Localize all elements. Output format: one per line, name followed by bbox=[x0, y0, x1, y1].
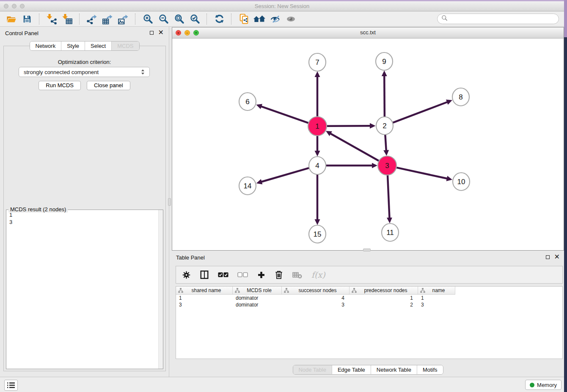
table-delete-icon bbox=[292, 271, 303, 279]
network-overview-button[interactable] bbox=[253, 13, 266, 25]
window-minimize-button[interactable] bbox=[12, 4, 17, 8]
float-panel-icon[interactable] bbox=[150, 31, 154, 35]
table-cell[interactable]: 3 bbox=[282, 302, 350, 308]
table-cell[interactable]: 2 bbox=[350, 302, 418, 308]
table-cell[interactable]: 4 bbox=[282, 295, 350, 301]
frame-close-button[interactable]: × bbox=[176, 30, 181, 36]
float-table-panel-icon[interactable] bbox=[546, 255, 550, 259]
add-column-button[interactable] bbox=[257, 271, 266, 279]
tab-node-table[interactable]: Node Table bbox=[293, 365, 332, 374]
run-mcds-button[interactable]: Run MCDS bbox=[39, 81, 81, 90]
tab-mcds[interactable]: MCDS bbox=[111, 41, 139, 50]
window-titlebar: Session: New Session bbox=[0, 1, 564, 11]
criterion-select[interactable]: strongly connected component bbox=[19, 67, 150, 77]
clone-icon bbox=[239, 14, 249, 24]
edge-4-14[interactable] bbox=[261, 168, 310, 182]
close-table-panel-icon[interactable]: ✕ bbox=[554, 255, 560, 259]
deselect-all-rows-button[interactable] bbox=[237, 272, 248, 278]
folder-icon bbox=[6, 14, 17, 24]
status-menu-button[interactable] bbox=[4, 380, 18, 391]
node-label-6: 6 bbox=[245, 98, 249, 106]
column-header-name[interactable]: name bbox=[418, 287, 455, 294]
edge-2-9[interactable] bbox=[384, 76, 385, 118]
table-cell[interactable]: 1 bbox=[176, 295, 233, 301]
tab-style[interactable]: Style bbox=[61, 41, 85, 50]
zoom-in-icon bbox=[143, 14, 153, 24]
export-image-button[interactable] bbox=[117, 13, 129, 25]
toggle-panel-button[interactable] bbox=[200, 270, 209, 279]
column-label: predecessor nodes bbox=[360, 287, 407, 293]
edge-2-3[interactable] bbox=[385, 134, 386, 151]
tab-select[interactable]: Select bbox=[85, 41, 111, 50]
tab-network-table[interactable]: Network Table bbox=[371, 365, 417, 374]
table-row[interactable]: 1dominator411 bbox=[176, 295, 562, 301]
column-header-predecessor-nodes[interactable]: predecessor nodes bbox=[350, 287, 418, 294]
export-table-button[interactable] bbox=[101, 13, 114, 25]
edge-3-1[interactable] bbox=[330, 133, 380, 161]
search-icon bbox=[441, 15, 448, 23]
search-input[interactable] bbox=[450, 15, 555, 22]
window-zoom-button[interactable] bbox=[20, 4, 25, 8]
clone-network-button[interactable] bbox=[237, 13, 250, 25]
tab-network[interactable]: Network bbox=[30, 41, 61, 50]
mcds-result-text[interactable]: 13 bbox=[6, 210, 163, 369]
export-network-button[interactable] bbox=[85, 13, 98, 25]
tab-edge-table[interactable]: Edge Table bbox=[332, 365, 371, 374]
network-canvas[interactable]: 7968124314101511 bbox=[172, 39, 564, 250]
table-cell[interactable]: 3 bbox=[176, 302, 233, 308]
memory-button[interactable]: Memory bbox=[525, 380, 561, 390]
frame-minimize-button[interactable]: − bbox=[184, 30, 190, 36]
node-label-11: 11 bbox=[386, 229, 394, 237]
table-cell[interactable]: 3 bbox=[418, 302, 455, 308]
vertical-splitter-handle[interactable] bbox=[168, 198, 171, 206]
table-cell[interactable]: 1 bbox=[350, 295, 418, 301]
search-box[interactable] bbox=[437, 14, 559, 24]
export-image-icon bbox=[118, 14, 129, 25]
desktop-edge-right-top bbox=[564, 0, 567, 37]
close-panel-icon[interactable]: ✕ bbox=[158, 30, 164, 35]
toolbar-divider bbox=[135, 14, 136, 25]
column-header-MCDS-role[interactable]: MCDS role bbox=[233, 287, 282, 294]
horizontal-splitter-handle[interactable] bbox=[363, 248, 371, 251]
network-frame-title: scc.txt bbox=[172, 28, 564, 38]
table-cell[interactable]: 1 bbox=[418, 295, 455, 301]
column-header-shared-name[interactable]: shared name bbox=[176, 287, 233, 294]
table-header-row: shared nameMCDS rolesuccessor nodesprede… bbox=[176, 287, 455, 295]
apply-layout-button[interactable] bbox=[213, 13, 226, 25]
edge-2-8[interactable] bbox=[392, 102, 447, 123]
export-network-icon bbox=[86, 14, 97, 25]
attribute-icon bbox=[235, 288, 240, 293]
zoom-selected-button[interactable] bbox=[188, 13, 201, 25]
table-cell[interactable]: dominator bbox=[233, 302, 282, 308]
tab-motifs[interactable]: Motifs bbox=[417, 365, 443, 374]
hide-selected-button[interactable] bbox=[269, 13, 281, 25]
select-all-rows-button[interactable] bbox=[218, 272, 228, 278]
show-hidden-button bbox=[284, 13, 297, 25]
result-scrollbar[interactable] bbox=[158, 210, 163, 369]
close-panel-button[interactable]: Close panel bbox=[87, 81, 130, 90]
edge-1-6[interactable] bbox=[261, 106, 309, 123]
open-session-button[interactable] bbox=[5, 13, 18, 25]
zoom-selected-icon bbox=[190, 14, 200, 24]
optimization-criterion-label: Optimization criterion: bbox=[0, 59, 169, 65]
plus-icon bbox=[257, 271, 266, 279]
table-panel: Table Panel ✕ f(x) shared nameMCDS roles… bbox=[172, 252, 564, 376]
table-cell[interactable]: dominator bbox=[233, 295, 282, 301]
table-row[interactable]: 3dominator323 bbox=[176, 301, 562, 308]
save-session-button[interactable] bbox=[21, 13, 33, 25]
zoom-out-button[interactable] bbox=[157, 13, 170, 25]
import-table-button[interactable] bbox=[61, 13, 74, 25]
window-close-button[interactable] bbox=[4, 4, 8, 8]
zoom-fit-button[interactable] bbox=[173, 13, 185, 25]
delete-column-button[interactable] bbox=[275, 270, 283, 279]
import-network-button[interactable] bbox=[45, 13, 58, 25]
edge-3-10[interactable] bbox=[396, 167, 447, 178]
attribute-icon bbox=[352, 288, 357, 293]
table-settings-button[interactable] bbox=[182, 271, 191, 279]
frame-maximize-button[interactable]: + bbox=[193, 30, 199, 36]
table-tabs: Node TableEdge TableNetwork TableMotifs bbox=[292, 365, 443, 375]
edge-3-11[interactable] bbox=[388, 174, 390, 218]
column-header-successor-nodes[interactable]: successor nodes bbox=[282, 287, 350, 294]
edge-1-2[interactable] bbox=[326, 126, 370, 126]
zoom-in-button[interactable] bbox=[141, 13, 154, 25]
